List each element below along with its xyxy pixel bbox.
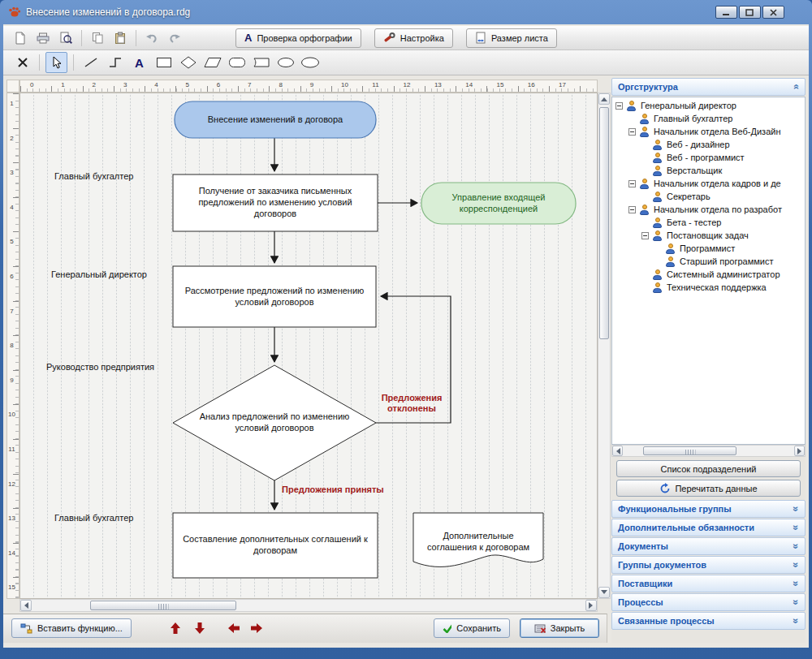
panel-header[interactable]: Группы документов»	[611, 556, 806, 574]
tree-item[interactable]: Бета - тестер	[612, 216, 805, 229]
tree-item[interactable]: Веб - программист	[612, 151, 805, 164]
tree-item[interactable]: Системный администратор	[612, 268, 805, 281]
scroll-left-button[interactable]	[612, 446, 623, 456]
banner-tool-button[interactable]	[250, 52, 272, 73]
maximize-button[interactable]	[739, 6, 761, 19]
person-icon	[652, 153, 663, 163]
panel-header[interactable]: Документы»	[611, 537, 806, 555]
parallelogram-tool-button[interactable]	[201, 52, 223, 73]
ruler-number: 0	[30, 81, 33, 88]
tree-h-scrollbar[interactable]	[611, 445, 806, 457]
ellipse-tool-button[interactable]	[274, 52, 296, 73]
tree-expand-toggle[interactable]	[628, 206, 636, 213]
tree-item[interactable]: Программист	[612, 242, 805, 255]
page-size-button[interactable]: Размер листа	[466, 28, 557, 48]
tree-expand-toggle[interactable]	[615, 102, 623, 110]
nav-up-button[interactable]	[166, 618, 185, 638]
nav-down-button[interactable]	[190, 618, 209, 638]
close-button[interactable]	[762, 6, 784, 19]
org-panel-header[interactable]: Оргструктура »	[611, 78, 806, 96]
scroll-right-button[interactable]	[794, 446, 805, 456]
scroll-up-button[interactable]	[598, 93, 610, 105]
tree-item[interactable]: Начальник отдела по разработ	[612, 203, 805, 216]
ruler-number: 2	[93, 81, 96, 88]
tree-item[interactable]: Главный бухгалтер	[612, 112, 805, 125]
close-icon	[769, 9, 778, 16]
line-tool-button[interactable]	[80, 52, 102, 73]
insert-function-button[interactable]: Вставить функцию...	[11, 618, 132, 638]
panel-header[interactable]: Дополнительные обязанности»	[611, 519, 806, 536]
scroll-right-button[interactable]	[585, 600, 597, 611]
canvas-v-scrollbar[interactable]	[598, 93, 611, 599]
tree-item[interactable]: Старший программист	[612, 255, 805, 268]
print-preview-button[interactable]	[55, 28, 76, 48]
check-icon	[443, 623, 451, 633]
tree-item[interactable]: Начальник отдела Веб-Дизайн	[612, 125, 805, 138]
undo-button[interactable]	[141, 28, 162, 48]
text-tool-button[interactable]: A	[128, 52, 150, 73]
person-icon	[639, 127, 650, 137]
page-size-label: Размер листа	[491, 33, 548, 43]
nav-left-button[interactable]	[224, 618, 244, 638]
tree-expand-toggle[interactable]	[628, 180, 636, 187]
tree-item[interactable]: Начальник отдела кадров и де	[612, 177, 805, 190]
tree-item[interactable]: Веб - дизайнер	[612, 138, 805, 151]
v-scrollbar-thumb[interactable]	[599, 107, 609, 339]
delete-tool-button[interactable]	[11, 52, 33, 73]
copy-button[interactable]	[87, 28, 108, 48]
spellcheck-button[interactable]: А Проверка орфографии	[235, 28, 361, 48]
role-label-2: Генеральный директор	[51, 269, 147, 279]
close-diagram-button[interactable]: Закрыть	[520, 618, 599, 638]
tree-expand-toggle[interactable]	[641, 232, 649, 239]
spellcheck-label: Проверка орфографии	[257, 33, 352, 43]
h-scrollbar-thumb[interactable]	[90, 601, 236, 610]
tree-expand-toggle[interactable]	[628, 128, 636, 136]
nav-right-button[interactable]	[247, 618, 266, 638]
scroll-left-button[interactable]	[20, 600, 32, 611]
ruler-number: 1	[61, 81, 64, 88]
process-node-1-label: Получение от заказчика письменных предло…	[176, 174, 374, 231]
panel-header[interactable]: Функциональные группы»	[611, 500, 806, 518]
rectangle-tool-button[interactable]	[153, 52, 175, 73]
paste-button[interactable]	[110, 28, 131, 48]
rounded-rectangle-tool-button[interactable]	[226, 52, 248, 73]
save-button[interactable]: Сохранить	[434, 618, 510, 638]
departments-list-button[interactable]: Список подразделений	[616, 460, 801, 477]
print-button[interactable]	[32, 28, 54, 48]
ruler-number: 5	[8, 238, 15, 245]
new-document-button[interactable]	[10, 28, 31, 48]
thumb-grip	[685, 450, 695, 455]
diamond-tool-button[interactable]	[177, 52, 199, 73]
panel-header[interactable]: Связанные процессы»	[611, 612, 806, 630]
person-icon	[652, 192, 663, 202]
branch-label-accepted: Предложения приняты	[282, 485, 384, 495]
redo-button[interactable]	[164, 28, 185, 48]
settings-button[interactable]: Настройка	[374, 28, 453, 48]
tree-scrollbar-thumb[interactable]	[643, 446, 736, 455]
tree-item[interactable]: Секретарь	[612, 190, 805, 203]
tree-item-label: Техническая поддержка	[667, 282, 767, 292]
tree-item[interactable]: Генеральный директор	[612, 99, 805, 112]
scroll-down-button[interactable]	[598, 587, 610, 598]
banner-shape-icon	[253, 57, 270, 68]
main-toolbar: А Проверка орфографии Настройка Размер л…	[3, 26, 809, 50]
ruler-number: 8	[279, 81, 282, 88]
elbow-connector-tool-button[interactable]	[104, 52, 126, 73]
panel-header[interactable]: Поставщики»	[611, 575, 806, 592]
departments-list-label: Список подразделений	[661, 464, 757, 474]
tree-item[interactable]: Верстальщик	[612, 164, 805, 177]
triangle-right-icon	[589, 602, 596, 609]
bottom-bar: Вставить функцию... Сохранить Закрыть	[3, 614, 607, 643]
panel-header[interactable]: Процессы»	[611, 593, 806, 611]
tree-item[interactable]: Техническая поддержка	[612, 281, 805, 294]
minimize-button[interactable]	[715, 6, 737, 19]
diagram-canvas[interactable]: Внесение изменений в договора Получение …	[19, 93, 598, 599]
tree-item[interactable]: Постановщик задач	[612, 229, 805, 242]
oval-tool-button[interactable]	[299, 52, 321, 73]
reload-data-button[interactable]: Перечитать данные	[616, 480, 801, 497]
org-tree[interactable]: Генеральный директорГлавный бухгалтерНач…	[611, 97, 806, 445]
role-label-4: Главный бухгалтер	[54, 513, 133, 523]
ruler-number: 12	[8, 480, 15, 488]
canvas-h-scrollbar[interactable]	[19, 599, 598, 612]
select-tool-button[interactable]	[45, 52, 67, 73]
